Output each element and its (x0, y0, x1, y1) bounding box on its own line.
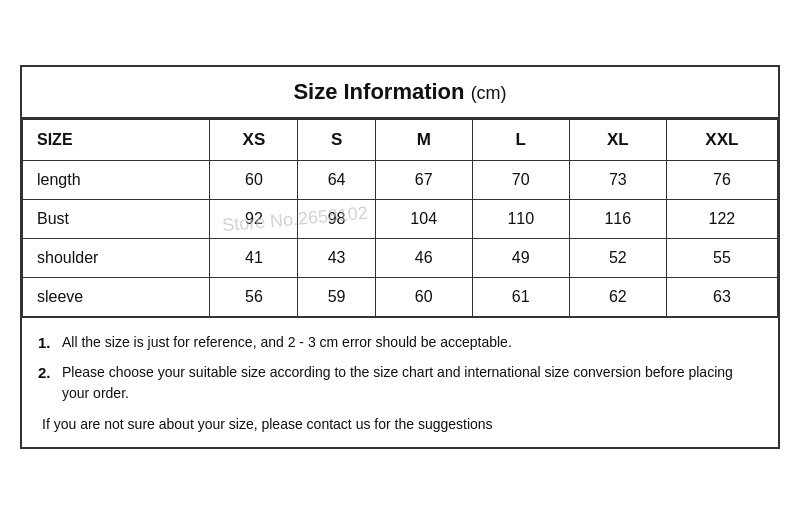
extra-note: If you are not sure about your size, ple… (38, 414, 762, 435)
cell-length-M: 67 (375, 160, 472, 199)
col-header-m: M (375, 119, 472, 160)
size-chart-container: Size Information (cm) SIZEXSSMLXLXXLleng… (20, 65, 780, 450)
cell-Bust-S: 98 (298, 199, 375, 238)
note-text: Please choose your suitable size accordi… (62, 362, 762, 404)
note-text: All the size is just for reference, and … (62, 332, 512, 353)
row-label-length: length (23, 160, 210, 199)
table-row: Bust9298104110116122 (23, 199, 778, 238)
col-header-s: S (298, 119, 375, 160)
cell-length-XS: 60 (210, 160, 298, 199)
cell-shoulder-M: 46 (375, 238, 472, 277)
cell-length-XXL: 76 (666, 160, 777, 199)
table-row: shoulder414346495255 (23, 238, 778, 277)
cell-shoulder-XL: 52 (569, 238, 666, 277)
unit-label: (cm) (471, 83, 507, 103)
cell-length-L: 70 (472, 160, 569, 199)
cell-sleeve-S: 59 (298, 277, 375, 316)
table-row: length606467707376 (23, 160, 778, 199)
cell-Bust-XS: 92 (210, 199, 298, 238)
col-header-xl: XL (569, 119, 666, 160)
cell-sleeve-M: 60 (375, 277, 472, 316)
col-header-size: SIZE (23, 119, 210, 160)
table-wrapper: SIZEXSSMLXLXXLlength606467707376Bust9298… (22, 119, 778, 317)
cell-sleeve-XXL: 63 (666, 277, 777, 316)
row-label-Bust: Bust (23, 199, 210, 238)
cell-Bust-L: 110 (472, 199, 569, 238)
row-label-sleeve: sleeve (23, 277, 210, 316)
title-row: Size Information (cm) (22, 67, 778, 119)
cell-Bust-M: 104 (375, 199, 472, 238)
cell-shoulder-L: 49 (472, 238, 569, 277)
note-number: 1. (38, 332, 56, 355)
notes-section: 1.All the size is just for reference, an… (22, 317, 778, 448)
row-label-shoulder: shoulder (23, 238, 210, 277)
size-table: SIZEXSSMLXLXXLlength606467707376Bust9298… (22, 119, 778, 317)
note-item: 2.Please choose your suitable size accor… (38, 362, 762, 404)
col-header-xxl: XXL (666, 119, 777, 160)
col-header-l: L (472, 119, 569, 160)
cell-sleeve-XS: 56 (210, 277, 298, 316)
cell-sleeve-XL: 62 (569, 277, 666, 316)
note-item: 1.All the size is just for reference, an… (38, 332, 762, 355)
cell-Bust-XXL: 122 (666, 199, 777, 238)
table-row: sleeve565960616263 (23, 277, 778, 316)
cell-Bust-XL: 116 (569, 199, 666, 238)
cell-length-S: 64 (298, 160, 375, 199)
cell-shoulder-S: 43 (298, 238, 375, 277)
page-title: Size Information (cm) (32, 79, 768, 105)
cell-sleeve-L: 61 (472, 277, 569, 316)
note-number: 2. (38, 362, 56, 385)
cell-length-XL: 73 (569, 160, 666, 199)
col-header-xs: XS (210, 119, 298, 160)
cell-shoulder-XXL: 55 (666, 238, 777, 277)
cell-shoulder-XS: 41 (210, 238, 298, 277)
